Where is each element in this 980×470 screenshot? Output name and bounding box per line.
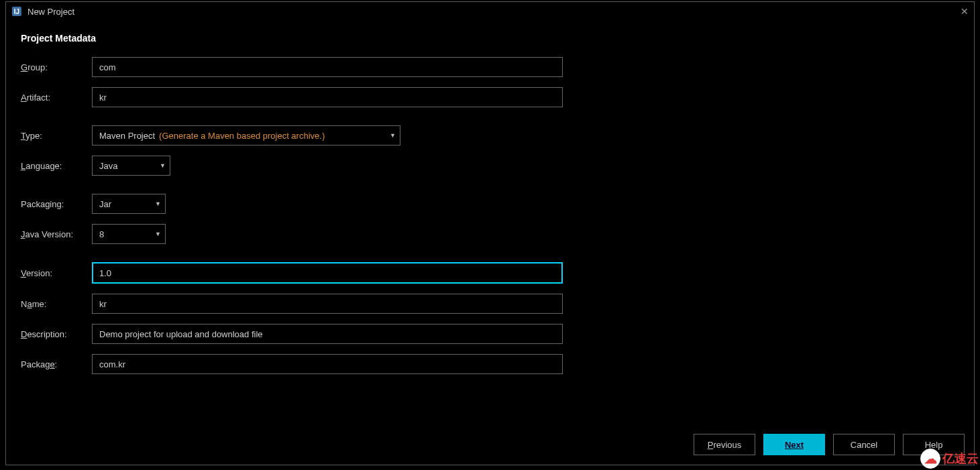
java-version-value: 8 xyxy=(99,229,104,239)
artifact-input[interactable] xyxy=(92,87,563,107)
description-label: Description: xyxy=(21,329,92,339)
chevron-down-icon: ▼ xyxy=(155,231,161,237)
previous-text: revious xyxy=(713,440,741,450)
section-heading: Project Metadata xyxy=(21,33,959,44)
watermark-text: 亿速云 xyxy=(942,451,979,467)
language-value: Java xyxy=(99,161,117,171)
description-input[interactable] xyxy=(92,324,563,344)
type-value: Maven Project xyxy=(99,131,155,141)
titlebar: IJ New Project ✕ xyxy=(6,2,974,21)
cancel-button[interactable]: Cancel xyxy=(833,434,895,455)
window-title: New Project xyxy=(28,7,74,17)
artifact-label: Artifact: xyxy=(21,93,92,103)
name-input[interactable] xyxy=(92,294,563,314)
language-select[interactable]: Java ▼ xyxy=(92,156,170,176)
close-icon[interactable]: ✕ xyxy=(961,6,969,17)
type-select[interactable]: Maven Project (Generate a Maven based pr… xyxy=(92,125,400,145)
version-label: Version: xyxy=(21,268,92,278)
group-input[interactable] xyxy=(92,57,563,77)
dialog-footer: Previous Next Cancel Help xyxy=(6,427,974,465)
watermark: ☁ 亿速云 xyxy=(920,449,979,469)
new-project-dialog: IJ New Project ✕ Project Metadata Group:… xyxy=(5,1,975,465)
version-input[interactable] xyxy=(92,262,563,284)
app-icon: IJ xyxy=(11,6,22,17)
packaging-select[interactable]: Jar ▼ xyxy=(92,194,166,214)
group-label-text: roup: xyxy=(28,62,48,72)
package-label: Package: xyxy=(21,359,92,369)
next-button[interactable]: Next xyxy=(763,434,825,455)
java-version-select[interactable]: 8 ▼ xyxy=(92,224,166,244)
type-hint: (Generate a Maven based project archive.… xyxy=(159,131,325,141)
packaging-value: Jar xyxy=(99,199,111,209)
svg-text:IJ: IJ xyxy=(14,8,19,15)
group-label: Group: xyxy=(21,62,92,72)
cloud-icon: ☁ xyxy=(920,449,940,469)
content-area: Project Metadata Group: Artifact: Type: … xyxy=(6,21,974,427)
name-label: Name: xyxy=(21,299,92,309)
java-version-label: Java Version: xyxy=(21,229,92,239)
type-label: Type: xyxy=(21,131,92,141)
chevron-down-icon: ▼ xyxy=(155,200,161,207)
chevron-down-icon: ▼ xyxy=(390,132,396,139)
package-input[interactable] xyxy=(92,354,563,374)
packaging-label: Packaging: xyxy=(21,199,92,209)
language-label: Language: xyxy=(21,161,92,171)
chevron-down-icon: ▼ xyxy=(160,162,166,169)
previous-button[interactable]: Previous xyxy=(694,434,755,455)
